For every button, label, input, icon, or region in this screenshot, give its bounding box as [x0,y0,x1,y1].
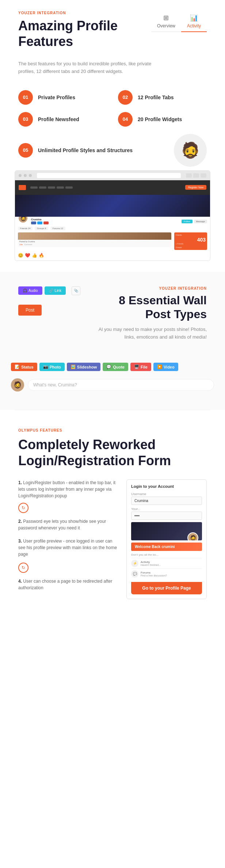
nav-dot-1 [30,186,38,189]
wall-brand-label: YOUZER INTEGRATION [91,286,207,290]
browser-icon-1 [186,173,192,178]
login-cover-image: 🧔 [131,522,202,540]
login-content: 1. Login/Register button - enabled in th… [18,479,207,599]
feature-label-1: Private Profiles [38,94,75,100]
password-input[interactable] [131,512,202,520]
login-form-card: Login to your Account Username Your... 🧔… [126,479,207,599]
login-mockup: Login to your Account Username Your... 🧔… [126,479,207,599]
login-feature-1: 1. Login/Register button - enabled in th… [18,479,119,499]
emoji-4: 🔥 [39,253,44,258]
nav-dot-3 [48,186,55,189]
tab-overview[interactable]: ⊞ Overview [151,11,181,31]
tab-overview-label: Overview [157,23,175,28]
emoji-1: 😊 [18,253,23,258]
mockup-cta-btn: Register Now [185,185,206,190]
mockup-feed-area: Posted by Crumina Like Comment [18,232,171,250]
post-type-photo[interactable]: 📷 Photo [39,363,65,371]
post-type-file[interactable]: 🖥️ File [130,363,151,371]
profile-mockup: Register Now 🧔 Crumina Follow Messag [15,170,210,261]
activity-subtext: Haven't finished... [141,564,161,566]
headphone-icon: 🎧 [23,289,27,293]
post-input[interactable]: What's new, Crumina? [28,379,214,391]
post-type-video[interactable]: ▶️ Video [153,363,178,371]
video-icon: ▶️ [157,364,162,369]
link-button[interactable]: 🔗 Link [45,286,66,295]
login-form-title: Login to your Account [131,484,202,489]
mockup-friends-sub: + Friends [176,243,206,245]
photo-label: Photo [50,365,61,369]
mockup-stat-2: Groups 8 [35,227,48,230]
activity-icon-sm: ⚡ [131,560,138,567]
header-section: YOUZER INTEGRATION Amazing Profile Featu… [0,0,225,57]
login-section: OLYMPUS FEATURES Completely Reworked Log… [0,410,225,613]
feature-label-2: 12 Profile Tabs [138,94,174,100]
feature-badge-4: 04 [118,112,133,127]
post-button[interactable]: Post [18,305,42,316]
user-avatar: 🧔 [11,378,24,391]
feature-item-3: 03 Profile Newsfeed [18,112,107,127]
mockup-stat-3: Forums 12 [50,227,65,230]
mockup-friends-num: 403 [176,237,206,243]
mockup-post-img [18,232,171,240]
mockup-stat-1: Friends 24 [18,227,33,230]
browser-icon-2 [193,173,199,178]
login-section-title: Completely Reworked Login/Registration F… [18,437,207,468]
nav-dot-2 [39,186,46,189]
mockup-friends-label: Friends [176,234,206,236]
reload-icon: ↻ [18,503,28,513]
login-features-list: 1. Login/Register button - enabled in th… [18,479,119,599]
mockup-section: Register Now 🧔 Crumina Follow Messag [0,167,225,272]
user-preview-icon: ↻ [18,563,28,573]
user-input-row: 🧔 What's new, Crumina? [0,375,225,402]
feature-item-5: 05 Unlimited Profile Styles and Structur… [18,143,133,158]
browser-dot-3 [29,174,32,177]
quote-icon: 💬 [106,364,111,369]
username-input[interactable] [131,497,202,505]
attach-icon[interactable]: 📎 [72,286,80,295]
description-text: The best features for you to build incre… [18,60,164,76]
header-left: YOUZER INTEGRATION Amazing Profile Featu… [18,11,151,49]
login-feature-text-4: 4. User can choose a page to be redirect… [18,578,119,591]
mockup-inner: Register Now 🧔 Crumina Follow Messag [15,180,210,261]
forums-info: Forums Find a free discussion? [141,571,167,577]
feature-item-1: 01 Private Profiles [18,90,107,105]
icon-row-1: ↻ [18,503,119,514]
wall-left-mockup: 🎧 Audio 🔗 Link 📎 Post [18,286,84,341]
mockup-message-btn[interactable]: Message [194,220,207,223]
feature-label-4: 20 Profile Widgets [138,116,182,122]
wall-post-section: 🎧 Audio 🔗 Link 📎 Post YOUZER INTEGRATION… [0,272,225,355]
photo-icon: 📷 [43,364,48,369]
mockup-social-btns [31,221,179,224]
go-to-profile-button[interactable]: Go to your Profile Page [131,582,202,594]
emoji-3: 👍 [32,253,37,258]
tab-activity[interactable]: 📊 Activity [181,11,207,32]
browser-icon-3 [201,173,206,178]
mockup-like-btn[interactable]: Like [19,243,23,246]
mockup-logo [19,185,26,190]
activity-icon: 📊 [190,14,198,22]
mockup-post-card-1: Posted by Crumina Like Comment [18,232,171,247]
mockup-follow-btn[interactable]: Follow [182,220,192,223]
welcome-back-banner: Welcome Back crumini [131,543,202,551]
login-profile-avatar: 🧔 [187,532,198,540]
post-type-status[interactable]: 📝 Status [11,363,37,371]
mockup-profile-name: Crumina [31,218,179,221]
dont-text: Don't you all the bo... [131,553,202,556]
login-feature-2: 2. Password eye lets you show/hide see y… [18,518,119,531]
audio-button[interactable]: 🎧 Audio [18,286,42,295]
mockup-go-btn [43,221,49,224]
wall-widget-row: 🎧 Audio 🔗 Link 📎 [18,286,84,299]
post-types-row: 📝 Status 📷 Photo 🖼️ Slideshow 💬 Quote 🖥️… [0,355,225,375]
login-feature-text-1: 1. Login/Register button - enabled in th… [18,479,119,499]
quote-label: Quote [113,365,125,369]
overview-icon: ⊞ [163,14,169,22]
icon-row-2: ↻ [18,563,119,574]
features-grid: 01 Private Profiles 02 12 Profile Tabs 0… [0,86,225,134]
mockup-profile-info: Crumina [31,218,179,224]
mockup-comment-btn[interactable]: Comment [24,243,32,246]
nav-dot-5 [65,186,73,189]
nav-dot-4 [57,186,64,189]
post-type-slideshow[interactable]: 🖼️ Slideshow [67,363,100,371]
post-type-quote[interactable]: 💬 Quote [103,363,128,371]
login-feature-text-3: 3. User profile preview - once logged in… [18,538,119,558]
